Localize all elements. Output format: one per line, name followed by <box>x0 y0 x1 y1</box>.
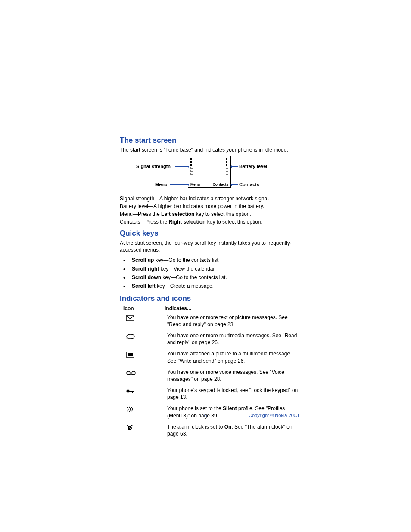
indicator-desc: The alarm clock is set to On. See "The a… <box>167 423 299 437</box>
envelope-icon <box>123 314 167 323</box>
list-item: Scroll right key—View the calendar. <box>120 265 299 273</box>
screen-menu-label: Menu <box>190 182 200 187</box>
callout-menu: Menu <box>155 182 168 187</box>
mms-icon <box>123 332 167 341</box>
indicator-desc: You have one or more voice messages. See… <box>167 369 299 383</box>
arrow-icon <box>232 166 238 167</box>
col-header-indicates: Indicates... <box>165 305 299 311</box>
svg-rect-7 <box>129 391 134 392</box>
indicator-row: Your phone's keypad is locked, see "Lock… <box>123 387 299 401</box>
quick-keys-list: Scroll up key—Go to the contacts list. S… <box>120 256 299 290</box>
indicators-header: Icon Indicates... <box>123 305 299 311</box>
indicator-desc: You have attached a picture to a multime… <box>167 350 299 364</box>
key-lock-icon <box>123 387 167 395</box>
def-signal: Signal strength—A higher bar indicates a… <box>120 196 299 202</box>
indicator-desc: You have one or more multimedia messages… <box>167 332 299 346</box>
phone-screen-outline: Menu Contacts <box>188 156 231 188</box>
callout-battery: Battery level <box>239 164 267 169</box>
svg-point-4 <box>132 371 135 375</box>
screen-contacts-label: Contacts <box>213 182 228 187</box>
col-header-icon: Icon <box>123 305 165 311</box>
svg-rect-2 <box>128 353 133 356</box>
svg-rect-9 <box>134 391 134 392</box>
battery-bars-icon <box>226 158 228 175</box>
page-number: 6 <box>204 413 207 418</box>
svg-rect-8 <box>132 391 133 393</box>
svg-point-6 <box>127 390 130 393</box>
arrow-icon <box>170 184 188 185</box>
alarm-clock-icon <box>123 423 167 432</box>
heading-start-screen: The start screen <box>120 136 299 145</box>
indicator-desc: You have one or more text or picture mes… <box>167 314 299 328</box>
heading-indicators: Indicators and icons <box>120 294 299 303</box>
def-menu: Menu—Press the Left selection key to sel… <box>120 211 299 217</box>
picture-frame-icon <box>123 350 167 359</box>
indicator-desc: Your phone's keypad is locked, see "Lock… <box>167 387 299 401</box>
heading-quick-keys: Quick keys <box>120 229 299 238</box>
arrow-icon <box>232 184 238 185</box>
start-screen-intro: The start screen is "home base" and indi… <box>120 146 299 153</box>
list-item: Scroll down key—Go to the contacts list. <box>120 274 299 281</box>
indicator-row: You have one or more text or picture mes… <box>123 314 299 328</box>
svg-point-3 <box>127 371 130 375</box>
indicator-row: The alarm clock is set to On. See "The a… <box>123 423 299 437</box>
quick-keys-intro: At the start screen, the four-way scroll… <box>120 240 299 253</box>
list-item: Scroll up key—Go to the contacts list. <box>120 256 299 264</box>
indicator-row: You have attached a picture to a multime… <box>123 350 299 364</box>
list-item: Scroll left key—Create a message. <box>120 282 299 290</box>
def-contacts: Contacts—Press the Right selection key t… <box>120 219 299 225</box>
page-footer: 6 Copyright © Nokia 2003 <box>0 413 411 418</box>
callout-contacts: Contacts <box>239 182 259 187</box>
arrow-icon <box>175 166 188 167</box>
start-screen-diagram: Menu Contacts Signal strength Battery le… <box>120 156 299 191</box>
copyright: Copyright © Nokia 2003 <box>249 413 299 418</box>
page: The start screen The start screen is "ho… <box>0 0 411 532</box>
callout-signal: Signal strength <box>136 164 171 169</box>
indicator-row: You have one or more multimedia messages… <box>123 332 299 346</box>
signal-bars-icon <box>190 158 193 175</box>
voicemail-icon <box>123 369 167 377</box>
def-battery: Battery level—A higher bar indicates mor… <box>120 203 299 209</box>
indicator-row: You have one or more voice messages. See… <box>123 369 299 383</box>
